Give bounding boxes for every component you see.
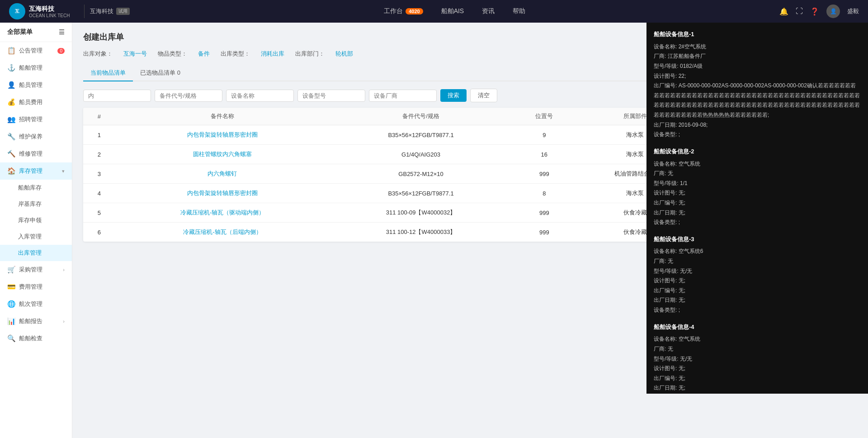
nav-right: 🔔 ⛶ ❓ 👤 盛毅: [779, 5, 859, 18]
tooltip-field: 设备类型: ;: [654, 305, 861, 315]
sidebar-item-label: 招聘管理: [19, 115, 42, 124]
cell-pos: 9: [512, 125, 576, 145]
tooltip-field: 厂商: 无: [654, 169, 861, 179]
layout: 全部菜单 ☰ 📋 公告管理 0 ⚓ 船舶管理 👤 船员管理 💰 船员费用 👥 招…: [0, 23, 868, 438]
sidebar-item-crew[interactable]: 👤 船员管理: [0, 76, 72, 94]
cell-name[interactable]: 冷藏压缩机-轴瓦（后端内侧）: [115, 223, 330, 242]
info-category-label: 物品类型：: [158, 50, 187, 58]
tooltip-field: 型号/等级: 0182/A级: [654, 62, 861, 71]
sidebar-item-label: 维护保养: [19, 133, 42, 141]
cell-code: G1/4Q/AIG203: [330, 145, 512, 164]
sidebar-sub-stock-request[interactable]: 库存申领: [0, 212, 72, 229]
top-nav: 互 互海科技 OCEAN LINK TECH 互海科技 试用 工作台 4020 …: [0, 0, 868, 23]
cell-name[interactable]: 圆柱管螺纹内六角螺塞: [115, 145, 330, 164]
tooltip-field: 设计图号: 无;: [654, 188, 861, 198]
sidebar-header: 全部菜单 ☰: [0, 23, 72, 42]
tab-current[interactable]: 当前物品清单: [83, 65, 133, 81]
cell-no: 3: [83, 164, 115, 184]
search-code-input[interactable]: [155, 90, 222, 102]
recruit-icon: 👥: [7, 115, 15, 124]
inventory-icon: 🏠: [7, 167, 15, 175]
sidebar-item-label: 船员管理: [19, 81, 42, 89]
tooltip-field: 型号/等级: 1/1: [654, 179, 861, 189]
cell-name[interactable]: 内包骨架旋转轴唇形密封圈: [115, 184, 330, 203]
tooltip-field: 出厂编号: 无;: [654, 198, 861, 208]
sidebar-item-purchase[interactable]: 🛒 采购管理 ›: [0, 261, 72, 278]
tooltip-field: 出厂编号: 无;: [654, 374, 861, 384]
report-arrow-icon: ›: [63, 319, 65, 324]
cell-pos: 8: [512, 184, 576, 203]
tooltip-field: 出厂编号: AS-0000-000-002AS-0000-000-002AS-0…: [654, 81, 861, 120]
inventory-arrow-icon: ▾: [62, 168, 65, 174]
tooltip-section-title: 船舶设备信息-3: [654, 235, 861, 244]
nav-workbench[interactable]: 工作台 4020: [384, 7, 423, 15]
tooltip-field: 设备类型: ;: [654, 218, 861, 228]
info-type-value: 消耗出库: [261, 50, 284, 58]
cell-code: 311 100-12【W4000033】: [330, 223, 512, 242]
repair-icon: 🔨: [7, 150, 15, 158]
info-ship-value: 互海一号: [123, 50, 147, 58]
avatar[interactable]: 👤: [826, 5, 840, 18]
purchase-icon: 🛒: [7, 266, 15, 274]
tab-selected[interactable]: 已选物品清单 0: [133, 65, 188, 81]
col-no: #: [83, 108, 115, 125]
sidebar-item-cost[interactable]: 💳 费用管理: [0, 278, 72, 295]
sidebar-item-ship[interactable]: ⚓ 船舶管理: [0, 59, 72, 76]
tooltip-field: 厂商: 江苏船舶备件厂: [654, 52, 861, 62]
nav-ship-ais[interactable]: 船舶AIS: [441, 7, 464, 15]
nav-brand-tag: 试用: [116, 8, 130, 15]
sidebar-item-crew-fee[interactable]: 💰 船员费用: [0, 94, 72, 111]
sidebar-item-maintenance[interactable]: 🔧 维护保养: [0, 128, 72, 145]
nav-brand: 互海科技 试用: [90, 7, 130, 15]
sidebar-item-recruit[interactable]: 👥 招聘管理: [0, 111, 72, 128]
sidebar-sub-ship-stock[interactable]: 船舶库存: [0, 180, 72, 196]
tooltip-section: 船舶设备信息-2设备名称: 空气系统厂商: 无型号/等级: 1/1设计图号: 无…: [654, 147, 861, 228]
search-model-input[interactable]: [297, 90, 365, 102]
tooltip-section: 船舶设备信息-3设备名称: 空气系统6厂商: 无型号/等级: 无/无设计图号: …: [654, 235, 861, 315]
cell-name[interactable]: 内包骨架旋转轴唇形密封圈: [115, 125, 330, 145]
menu-collapse-icon[interactable]: ☰: [59, 29, 65, 36]
cell-name[interactable]: 冷藏压缩机-轴瓦（驱动端内侧）: [115, 203, 330, 223]
cell-pos: 999: [512, 164, 576, 184]
question-icon[interactable]: ❓: [810, 7, 819, 16]
search-nei-input[interactable]: [83, 90, 151, 102]
reset-button[interactable]: 清空: [470, 89, 497, 102]
sidebar-title: 全部菜单: [7, 28, 33, 36]
cell-name[interactable]: 内六角螺钉: [115, 164, 330, 184]
cell-no: 4: [83, 184, 115, 203]
user-name[interactable]: 盛毅: [847, 7, 859, 15]
search-device-input[interactable]: [226, 90, 294, 102]
sidebar-item-label: 船舶管理: [19, 64, 42, 72]
sidebar-sub-outbound[interactable]: 出库管理: [0, 245, 72, 261]
sidebar-item-label: 航次管理: [19, 300, 42, 308]
sidebar-sub-inbound[interactable]: 入库管理: [0, 229, 72, 245]
announcement-icon: 📋: [7, 47, 15, 55]
sidebar-item-inventory[interactable]: 🏠 库存管理 ▾: [0, 162, 72, 180]
tooltip-field: 设计图号: 22;: [654, 71, 861, 81]
tooltip-section: 船舶设备信息-1设备名称: 2#空气系统厂商: 江苏船舶备件厂型号/等级: 01…: [654, 30, 861, 140]
nav-center: 工作台 4020 船舶AIS 资讯 帮助: [130, 7, 779, 15]
bell-icon[interactable]: 🔔: [779, 7, 788, 16]
tooltip-field: 出厂日期: 2016-09-08;: [654, 120, 861, 130]
sidebar-item-voyage[interactable]: 🌐 航次管理: [0, 295, 72, 313]
tooltip-field: 厂商: 无: [654, 257, 861, 267]
search-button[interactable]: 搜索: [440, 89, 467, 102]
sidebar-item-label: 船舶检查: [19, 334, 42, 343]
nav-news[interactable]: 资讯: [482, 7, 495, 15]
announcement-badge: 0: [57, 48, 65, 54]
info-dept-value: 轮机部: [335, 50, 353, 58]
sidebar-sub-warehouse-stock[interactable]: 岸基库存: [0, 196, 72, 212]
expand-icon[interactable]: ⛶: [796, 7, 803, 15]
cell-no: 2: [83, 145, 115, 164]
sidebar-item-label: 船员费用: [19, 98, 42, 106]
cell-no: 1: [83, 125, 115, 145]
nav-help[interactable]: 帮助: [513, 7, 525, 15]
sidebar-item-report[interactable]: 📊 船舶报告 ›: [0, 313, 72, 330]
tooltip-field: 出厂日期: 无;: [654, 383, 861, 393]
sidebar-item-repair[interactable]: 🔨 维修管理: [0, 145, 72, 162]
sidebar-item-inspection[interactable]: 🔍 船舶检查: [0, 330, 72, 347]
sidebar-item-announcement[interactable]: 📋 公告管理 0: [0, 42, 72, 59]
search-maker-input[interactable]: [369, 90, 437, 102]
tooltip-field: 设计图号: 无;: [654, 276, 861, 286]
col-code: 备件代号/规格: [330, 108, 512, 125]
